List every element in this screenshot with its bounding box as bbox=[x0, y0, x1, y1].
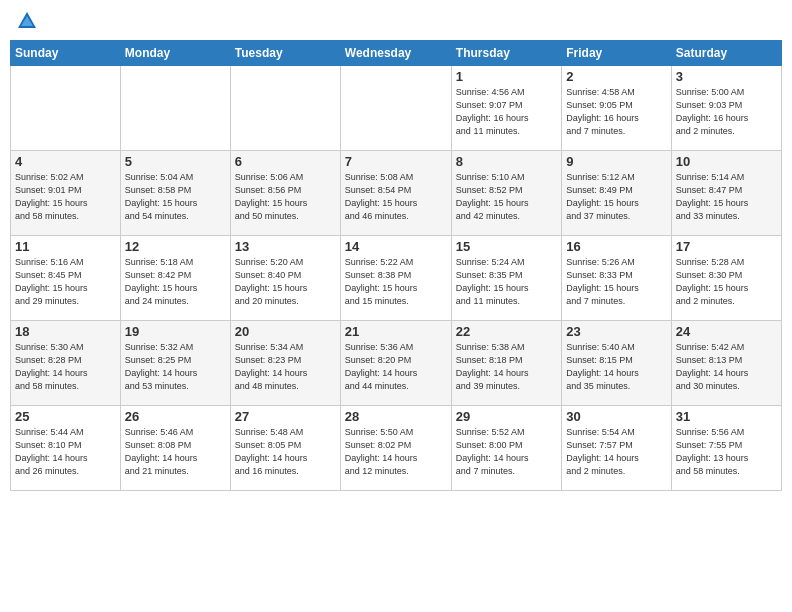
calendar-header-row: SundayMondayTuesdayWednesdayThursdayFrid… bbox=[11, 41, 782, 66]
calendar-day-cell: 15Sunrise: 5:24 AM Sunset: 8:35 PM Dayli… bbox=[451, 236, 561, 321]
calendar-day-cell: 29Sunrise: 5:52 AM Sunset: 8:00 PM Dayli… bbox=[451, 406, 561, 491]
calendar-header-wednesday: Wednesday bbox=[340, 41, 451, 66]
day-info: Sunrise: 5:34 AM Sunset: 8:23 PM Dayligh… bbox=[235, 341, 336, 393]
calendar-header-saturday: Saturday bbox=[671, 41, 781, 66]
calendar-day-cell: 26Sunrise: 5:46 AM Sunset: 8:08 PM Dayli… bbox=[120, 406, 230, 491]
day-info: Sunrise: 5:12 AM Sunset: 8:49 PM Dayligh… bbox=[566, 171, 666, 223]
calendar-day-cell: 5Sunrise: 5:04 AM Sunset: 8:58 PM Daylig… bbox=[120, 151, 230, 236]
calendar-day-cell: 31Sunrise: 5:56 AM Sunset: 7:55 PM Dayli… bbox=[671, 406, 781, 491]
day-number: 5 bbox=[125, 154, 226, 169]
day-info: Sunrise: 5:14 AM Sunset: 8:47 PM Dayligh… bbox=[676, 171, 777, 223]
calendar-week-row: 1Sunrise: 4:56 AM Sunset: 9:07 PM Daylig… bbox=[11, 66, 782, 151]
logo-icon bbox=[16, 10, 38, 32]
calendar-day-cell: 20Sunrise: 5:34 AM Sunset: 8:23 PM Dayli… bbox=[230, 321, 340, 406]
calendar-day-cell bbox=[340, 66, 451, 151]
day-number: 3 bbox=[676, 69, 777, 84]
calendar-day-cell: 22Sunrise: 5:38 AM Sunset: 8:18 PM Dayli… bbox=[451, 321, 561, 406]
calendar-day-cell: 25Sunrise: 5:44 AM Sunset: 8:10 PM Dayli… bbox=[11, 406, 121, 491]
day-number: 20 bbox=[235, 324, 336, 339]
day-info: Sunrise: 4:58 AM Sunset: 9:05 PM Dayligh… bbox=[566, 86, 666, 138]
day-info: Sunrise: 5:32 AM Sunset: 8:25 PM Dayligh… bbox=[125, 341, 226, 393]
day-number: 13 bbox=[235, 239, 336, 254]
day-number: 14 bbox=[345, 239, 447, 254]
calendar-week-row: 4Sunrise: 5:02 AM Sunset: 9:01 PM Daylig… bbox=[11, 151, 782, 236]
day-info: Sunrise: 5:20 AM Sunset: 8:40 PM Dayligh… bbox=[235, 256, 336, 308]
day-number: 6 bbox=[235, 154, 336, 169]
day-info: Sunrise: 5:46 AM Sunset: 8:08 PM Dayligh… bbox=[125, 426, 226, 478]
calendar-day-cell bbox=[230, 66, 340, 151]
day-number: 16 bbox=[566, 239, 666, 254]
day-number: 10 bbox=[676, 154, 777, 169]
calendar-day-cell: 1Sunrise: 4:56 AM Sunset: 9:07 PM Daylig… bbox=[451, 66, 561, 151]
day-number: 23 bbox=[566, 324, 666, 339]
day-info: Sunrise: 5:24 AM Sunset: 8:35 PM Dayligh… bbox=[456, 256, 557, 308]
day-info: Sunrise: 5:22 AM Sunset: 8:38 PM Dayligh… bbox=[345, 256, 447, 308]
calendar-week-row: 25Sunrise: 5:44 AM Sunset: 8:10 PM Dayli… bbox=[11, 406, 782, 491]
calendar-day-cell: 19Sunrise: 5:32 AM Sunset: 8:25 PM Dayli… bbox=[120, 321, 230, 406]
day-number: 8 bbox=[456, 154, 557, 169]
day-number: 27 bbox=[235, 409, 336, 424]
calendar-week-row: 11Sunrise: 5:16 AM Sunset: 8:45 PM Dayli… bbox=[11, 236, 782, 321]
day-info: Sunrise: 5:42 AM Sunset: 8:13 PM Dayligh… bbox=[676, 341, 777, 393]
day-info: Sunrise: 5:44 AM Sunset: 8:10 PM Dayligh… bbox=[15, 426, 116, 478]
calendar-day-cell: 30Sunrise: 5:54 AM Sunset: 7:57 PM Dayli… bbox=[562, 406, 671, 491]
day-info: Sunrise: 5:40 AM Sunset: 8:15 PM Dayligh… bbox=[566, 341, 666, 393]
calendar-header-friday: Friday bbox=[562, 41, 671, 66]
calendar-day-cell: 21Sunrise: 5:36 AM Sunset: 8:20 PM Dayli… bbox=[340, 321, 451, 406]
calendar-day-cell: 7Sunrise: 5:08 AM Sunset: 8:54 PM Daylig… bbox=[340, 151, 451, 236]
calendar-header-tuesday: Tuesday bbox=[230, 41, 340, 66]
calendar-day-cell: 28Sunrise: 5:50 AM Sunset: 8:02 PM Dayli… bbox=[340, 406, 451, 491]
day-info: Sunrise: 5:00 AM Sunset: 9:03 PM Dayligh… bbox=[676, 86, 777, 138]
day-number: 30 bbox=[566, 409, 666, 424]
calendar-day-cell: 27Sunrise: 5:48 AM Sunset: 8:05 PM Dayli… bbox=[230, 406, 340, 491]
day-number: 11 bbox=[15, 239, 116, 254]
calendar-day-cell: 9Sunrise: 5:12 AM Sunset: 8:49 PM Daylig… bbox=[562, 151, 671, 236]
calendar-week-row: 18Sunrise: 5:30 AM Sunset: 8:28 PM Dayli… bbox=[11, 321, 782, 406]
day-number: 26 bbox=[125, 409, 226, 424]
day-number: 7 bbox=[345, 154, 447, 169]
calendar-table: SundayMondayTuesdayWednesdayThursdayFrid… bbox=[10, 40, 782, 491]
calendar-day-cell: 6Sunrise: 5:06 AM Sunset: 8:56 PM Daylig… bbox=[230, 151, 340, 236]
calendar-day-cell: 17Sunrise: 5:28 AM Sunset: 8:30 PM Dayli… bbox=[671, 236, 781, 321]
day-number: 19 bbox=[125, 324, 226, 339]
day-number: 31 bbox=[676, 409, 777, 424]
day-number: 1 bbox=[456, 69, 557, 84]
calendar-day-cell: 24Sunrise: 5:42 AM Sunset: 8:13 PM Dayli… bbox=[671, 321, 781, 406]
day-number: 24 bbox=[676, 324, 777, 339]
calendar-day-cell: 13Sunrise: 5:20 AM Sunset: 8:40 PM Dayli… bbox=[230, 236, 340, 321]
day-number: 12 bbox=[125, 239, 226, 254]
day-number: 2 bbox=[566, 69, 666, 84]
logo bbox=[14, 10, 38, 32]
day-info: Sunrise: 5:26 AM Sunset: 8:33 PM Dayligh… bbox=[566, 256, 666, 308]
calendar-day-cell bbox=[11, 66, 121, 151]
page-header bbox=[10, 10, 782, 32]
day-info: Sunrise: 5:48 AM Sunset: 8:05 PM Dayligh… bbox=[235, 426, 336, 478]
calendar-day-cell: 3Sunrise: 5:00 AM Sunset: 9:03 PM Daylig… bbox=[671, 66, 781, 151]
calendar-header-sunday: Sunday bbox=[11, 41, 121, 66]
calendar-header-monday: Monday bbox=[120, 41, 230, 66]
day-number: 21 bbox=[345, 324, 447, 339]
calendar-day-cell: 12Sunrise: 5:18 AM Sunset: 8:42 PM Dayli… bbox=[120, 236, 230, 321]
day-info: Sunrise: 5:06 AM Sunset: 8:56 PM Dayligh… bbox=[235, 171, 336, 223]
day-number: 15 bbox=[456, 239, 557, 254]
day-info: Sunrise: 5:56 AM Sunset: 7:55 PM Dayligh… bbox=[676, 426, 777, 478]
day-number: 22 bbox=[456, 324, 557, 339]
calendar-day-cell: 23Sunrise: 5:40 AM Sunset: 8:15 PM Dayli… bbox=[562, 321, 671, 406]
day-info: Sunrise: 5:10 AM Sunset: 8:52 PM Dayligh… bbox=[456, 171, 557, 223]
calendar-day-cell: 2Sunrise: 4:58 AM Sunset: 9:05 PM Daylig… bbox=[562, 66, 671, 151]
day-number: 25 bbox=[15, 409, 116, 424]
calendar-header-thursday: Thursday bbox=[451, 41, 561, 66]
day-info: Sunrise: 4:56 AM Sunset: 9:07 PM Dayligh… bbox=[456, 86, 557, 138]
day-info: Sunrise: 5:30 AM Sunset: 8:28 PM Dayligh… bbox=[15, 341, 116, 393]
day-number: 28 bbox=[345, 409, 447, 424]
calendar-day-cell: 16Sunrise: 5:26 AM Sunset: 8:33 PM Dayli… bbox=[562, 236, 671, 321]
calendar-day-cell: 11Sunrise: 5:16 AM Sunset: 8:45 PM Dayli… bbox=[11, 236, 121, 321]
day-number: 29 bbox=[456, 409, 557, 424]
calendar-day-cell: 18Sunrise: 5:30 AM Sunset: 8:28 PM Dayli… bbox=[11, 321, 121, 406]
calendar-day-cell: 14Sunrise: 5:22 AM Sunset: 8:38 PM Dayli… bbox=[340, 236, 451, 321]
day-info: Sunrise: 5:28 AM Sunset: 8:30 PM Dayligh… bbox=[676, 256, 777, 308]
day-number: 9 bbox=[566, 154, 666, 169]
calendar-day-cell: 4Sunrise: 5:02 AM Sunset: 9:01 PM Daylig… bbox=[11, 151, 121, 236]
day-info: Sunrise: 5:02 AM Sunset: 9:01 PM Dayligh… bbox=[15, 171, 116, 223]
day-info: Sunrise: 5:18 AM Sunset: 8:42 PM Dayligh… bbox=[125, 256, 226, 308]
